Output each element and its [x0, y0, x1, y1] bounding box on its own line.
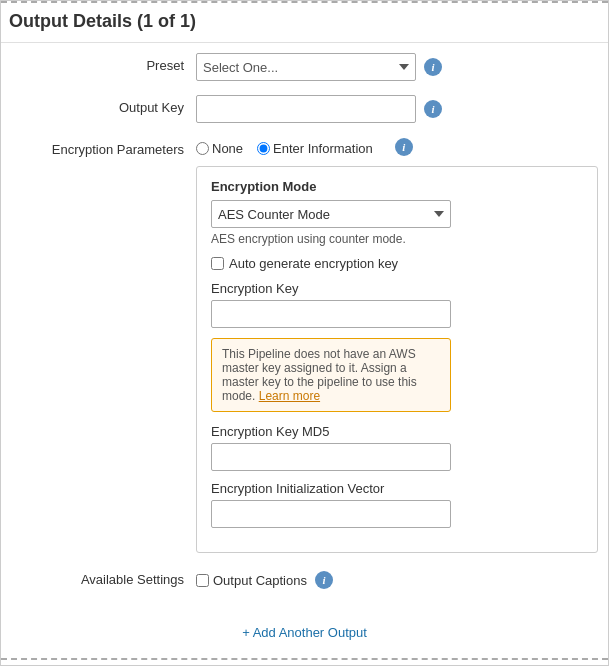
- output-captions-info-icon[interactable]: i: [315, 571, 333, 589]
- preset-info-icon[interactable]: i: [424, 58, 442, 76]
- learn-more-link[interactable]: Learn more: [259, 389, 320, 403]
- available-settings-label: Available Settings: [11, 567, 196, 587]
- preset-row: Preset Select One... Custom Preset 1 Pre…: [1, 53, 608, 81]
- encryption-key-md5-input[interactable]: [211, 443, 451, 471]
- encryption-enter-label[interactable]: Enter Information: [257, 141, 373, 156]
- preset-control-wrap: Select One... Custom Preset 1 Preset 2 i: [196, 53, 598, 81]
- encryption-radio-group-inner: None Enter Information: [196, 137, 387, 156]
- encryption-mode-group: Encryption Mode AES Counter Mode AES CBC…: [211, 179, 583, 246]
- output-key-row: Output Key i: [1, 95, 608, 123]
- encryption-key-md5-group: Encryption Key MD5: [211, 424, 583, 471]
- encryption-none-label[interactable]: None: [196, 141, 243, 156]
- output-captions-checkbox[interactable]: [196, 574, 209, 587]
- available-settings-row: Available Settings Output Captions i: [1, 567, 608, 589]
- encryption-init-vector-label: Encryption Initialization Vector: [211, 481, 583, 496]
- add-another-output-link[interactable]: + Add Another Output: [242, 625, 367, 640]
- output-key-label: Output Key: [11, 95, 196, 115]
- encryption-mode-select[interactable]: AES Counter Mode AES CBC Mode AES ECB Mo…: [211, 200, 451, 228]
- encryption-enter-radio[interactable]: [257, 142, 270, 155]
- encryption-key-label: Encryption Key: [211, 281, 583, 296]
- warning-box: This Pipeline does not have an AWS maste…: [211, 338, 451, 412]
- title-text: Output Details (1 of 1): [9, 11, 196, 31]
- encryption-params-row: Encryption Parameters None Enter Informa…: [1, 137, 608, 553]
- encryption-none-radio[interactable]: [196, 142, 209, 155]
- encryption-params-label: Encryption Parameters: [11, 137, 196, 157]
- encryption-key-group: Encryption Key: [211, 281, 583, 328]
- output-key-input[interactable]: [196, 95, 416, 123]
- encryption-params-right: None Enter Information i Encryption Mode: [196, 137, 598, 553]
- available-settings-right: Output Captions i: [196, 567, 598, 589]
- output-captions-label[interactable]: Output Captions: [213, 573, 307, 588]
- encryption-panel: Encryption Mode AES Counter Mode AES CBC…: [196, 166, 598, 553]
- encryption-mode-label: Encryption Mode: [211, 179, 583, 194]
- output-key-control-wrap: i: [196, 95, 598, 123]
- encryption-mode-desc: AES encryption using counter mode.: [211, 232, 583, 246]
- auto-generate-checkbox[interactable]: [211, 257, 224, 270]
- output-key-info-icon[interactable]: i: [424, 100, 442, 118]
- auto-generate-row: Auto generate encryption key: [211, 256, 583, 271]
- encryption-info-icon[interactable]: i: [395, 138, 413, 156]
- encryption-init-vector-input[interactable]: [211, 500, 451, 528]
- page-title: Output Details (1 of 1): [1, 3, 608, 43]
- encryption-init-vector-group: Encryption Initialization Vector: [211, 481, 583, 528]
- encryption-none-text: None: [212, 141, 243, 156]
- preset-label: Preset: [11, 53, 196, 73]
- auto-generate-label[interactable]: Auto generate encryption key: [229, 256, 398, 271]
- preset-select[interactable]: Select One... Custom Preset 1 Preset 2: [196, 53, 416, 81]
- encryption-radio-group: None Enter Information i: [196, 137, 598, 156]
- add-output-row: + Add Another Output: [1, 613, 608, 648]
- encryption-key-input[interactable]: [211, 300, 451, 328]
- encryption-key-md5-label: Encryption Key MD5: [211, 424, 583, 439]
- encryption-enter-text: Enter Information: [273, 141, 373, 156]
